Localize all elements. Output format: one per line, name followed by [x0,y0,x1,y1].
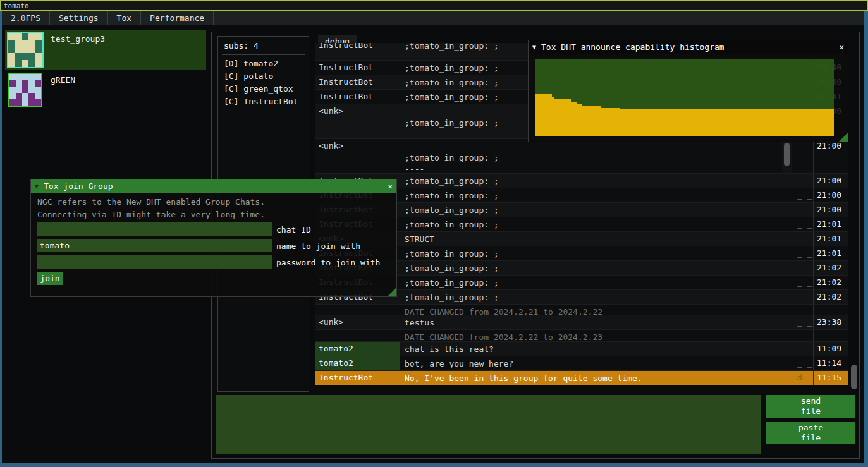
sender-name-cell [315,305,400,315]
join-group-window: ▼ Tox join Group ✕ NGC refers to the New… [30,179,397,297]
delivery-flags-cell-text: _ _ [797,248,812,258]
message-cell-text: ;tomato_in_group: ; [405,176,499,186]
avatar-pixel [15,40,22,47]
join-name-field[interactable] [37,239,272,252]
avatar-pixel [16,74,22,80]
histogram-bar [554,99,571,136]
avatar-pixel [28,87,35,93]
dht-histogram-titlebar[interactable]: ▼ Tox DHT announce capability histogram … [529,40,848,54]
timestamp-cell-text: 21:02 [817,277,841,287]
sender-name-cell: InstructBot [315,371,400,385]
paste-file-line2: file [766,433,855,443]
date-separator-row: DATE CHANGED from 2024.2.21 to 2024.2.22 [315,305,848,315]
join-group-titlebar[interactable]: ▼ Tox join Group ✕ [31,179,396,193]
message-cell-text: testus [405,318,434,327]
avatar-pixel [8,47,15,54]
app-border-bottom [0,463,868,467]
chat-message-row[interactable]: <unk>testus_ _23:38 [315,315,848,330]
message-cell: ;tomato_in_group: ; [400,276,795,289]
contact-row-green[interactable]: gREEN [5,71,206,111]
collapse-icon[interactable]: ▼ [35,183,39,190]
member-row[interactable]: [C] green_qtox [224,84,293,94]
avatar-pixel [8,33,15,40]
sender-name-cell-text: <unk> [319,317,343,327]
timestamp-cell [813,305,848,315]
message-cell-text: ;tomato_in_group: ; [405,191,499,200]
delivery-flags-cell: _ _ [795,315,813,329]
menu-item-fps[interactable]: 2.0FPS [2,11,50,25]
send-file-button[interactable]: send file [766,395,855,418]
delivery-flags-cell: _ _ [795,246,813,260]
timestamp-cell: 21:00 [813,188,848,202]
message-cell-scrollbar-thumb[interactable] [784,143,790,166]
delivery-flags-cell: _ _ [795,174,813,188]
avatar-pixel [22,74,28,80]
avatar-pixel [16,99,22,106]
chat-scrollbar-thumb[interactable] [851,365,857,389]
close-icon[interactable]: ✕ [839,42,844,52]
avatar-pixel [16,87,22,93]
chat-message-row[interactable]: <unk>---- ;tomato_in_group: ; ----_ _21:… [315,139,848,174]
avatar-pixel [35,93,41,99]
menu-item-performance[interactable]: Performance [141,11,214,25]
join-button[interactable]: join [37,272,63,285]
menu-item-settings[interactable]: Settings [50,11,108,25]
contact-row-test-group3[interactable]: test_group3 [5,30,206,70]
histogram-bar [620,109,834,136]
chat-message-row[interactable]: tomato2bot, are you new here?_ _11:14 [315,356,848,371]
date-changed-cell-text: DATE CHANGED from 2024.2.22 to 2024.2.23 [405,332,602,342]
paste-file-button[interactable]: paste file [766,422,855,444]
subs-count-label: subs: 4 [224,41,259,51]
chat-message-row[interactable]: tomato2chat is this real?_ _11:09 [315,342,848,356]
join-password-field[interactable] [37,255,272,269]
os-window-title: tomato [4,2,29,10]
timestamp-cell: 21:02 [813,290,848,304]
message-input[interactable] [216,395,761,454]
delivery-flags-cell-text: _ _ [797,176,812,185]
histogram-bar [571,102,577,136]
delivery-flags-cell-text: _ _ [797,190,812,200]
delivery-flags-cell: _ _ [795,356,813,370]
avatar-pixel [9,99,16,106]
avatar-pixel [35,99,41,106]
message-cell-text: ---- ;tomato_in_group: ; ---- [405,142,499,174]
timestamp-cell [813,330,848,341]
date-separator-row: DATE CHANGED from 2024.2.22 to 2024.2.23 [315,330,848,342]
chat-id-label: chat ID [276,225,311,234]
resize-grip-icon[interactable] [388,288,396,296]
collapse-icon[interactable]: ▼ [532,44,536,51]
member-row[interactable]: [C] potato [224,71,273,81]
delivery-flags-cell: _ _ [795,261,813,275]
message-cell: ;tomato_in_group: ; [400,290,795,304]
timestamp-cell: 21:00 [813,139,848,173]
message-cell-text: ;tomato_in_group: ; [405,92,499,102]
avatar-pixel [35,47,42,54]
message-cell: No, I've been in this group for quite so… [400,371,795,385]
resize-grip-icon[interactable] [839,133,848,142]
member-row[interactable]: [D] tomato2 [224,59,278,68]
timestamp-cell: 23:38 [813,315,848,329]
chat-id-field[interactable] [37,222,272,236]
sender-name-cell: tomato2 [315,342,400,356]
menu-item-tox[interactable]: Tox [108,11,141,25]
delivery-flags-cell: _ _ [795,290,813,304]
chat-message-row[interactable]: InstructBotNo, I've been in this group f… [315,371,848,385]
sender-name-cell: InstructBot [315,43,400,60]
delivery-flags-cell: d _ [795,371,813,385]
delivery-flags-cell-text: _ _ [797,263,812,272]
timestamp-cell: 21:00 [813,174,848,188]
timestamp-cell-text: 21:01 [817,248,841,258]
message-cell-text: ;tomato_in_group: ; [405,264,499,273]
timestamp-cell-text: 23:38 [817,317,841,327]
avatar-pixel [22,93,28,99]
close-icon[interactable]: ✕ [388,181,393,191]
message-cell-scrollbar-track[interactable] [782,141,792,173]
contact-label: gREEN [51,75,75,85]
message-cell: ;tomato_in_group: ; [400,217,795,231]
timestamp-cell: 11:14 [813,356,848,370]
member-row[interactable]: [C] InstructBot [224,97,298,106]
message-cell-text: ;tomato_in_group: ; [405,293,499,302]
timestamp-cell-text: 21:01 [817,234,841,243]
delivery-flags-cell-text: _ _ [797,234,812,243]
message-cell-text: No, I've been in this group for quite so… [405,373,642,383]
